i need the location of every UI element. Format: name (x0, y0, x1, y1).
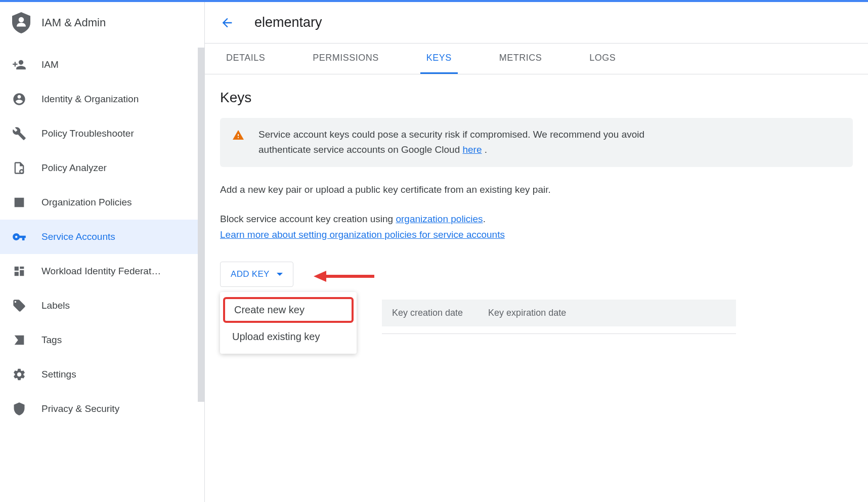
warning-icon (232, 129, 244, 141)
tab-keys[interactable]: KEYS (420, 44, 458, 74)
warning-line2-prefix: authenticate service accounts on Google … (258, 144, 462, 155)
key-icon (12, 230, 26, 244)
tab-metrics[interactable]: METRICS (493, 44, 548, 74)
table-row-separator (382, 333, 736, 334)
dropdown-create-new-key[interactable]: Create new key (223, 297, 354, 323)
sidebar-item-label: IAM (41, 59, 59, 70)
sidebar-item-labels[interactable]: Labels (0, 288, 204, 323)
dropdown-upload-existing-key[interactable]: Upload existing key (220, 324, 357, 350)
sidebar-item-label: Labels (41, 300, 70, 311)
add-key-button[interactable]: ADD KEY (220, 262, 293, 287)
sidebar-item-service-accounts[interactable]: Service Accounts (0, 220, 204, 254)
warning-here-link[interactable]: here (462, 144, 482, 155)
sidebar-item-iam[interactable]: IAM (0, 48, 204, 82)
add-key-dropdown: Create new key Upload existing key (220, 292, 357, 354)
tab-details[interactable]: DETAILS (220, 44, 271, 74)
keys-table-header: Key creation date Key expiration date (382, 300, 736, 326)
col-expiration-date: Key expiration date (488, 308, 566, 318)
product-header: IAM & Admin (0, 2, 204, 44)
sidebar-item-label: Settings (41, 369, 76, 380)
sidebar-item-settings[interactable]: Settings (0, 357, 204, 392)
sidebar-scrollbar[interactable] (198, 48, 204, 402)
warning-banner: Service account keys could pose a securi… (220, 118, 853, 167)
product-title: IAM & Admin (41, 16, 106, 29)
add-user-icon (12, 58, 26, 72)
sidebar-item-tags[interactable]: Tags (0, 323, 204, 357)
page-header: elementary (205, 2, 868, 44)
info2-prefix: Block service account key creation using (220, 214, 396, 224)
iam-shield-icon (12, 12, 30, 34)
tab-permissions[interactable]: PERMISSIONS (307, 44, 385, 74)
warning-line1: Service account keys could pose a securi… (258, 129, 644, 140)
sidebar-item-analyzer[interactable]: Policy Analyzer (0, 151, 204, 185)
sidebar-item-troubleshooter[interactable]: Policy Troubleshooter (0, 116, 204, 151)
sidebar-item-label: Policy Analyzer (41, 162, 107, 174)
wrench-icon (12, 127, 26, 141)
svg-point-1 (20, 170, 23, 174)
sidebar-item-label: Service Accounts (41, 231, 115, 242)
add-key-container: ADD KEY Create new key Upload existing k… (220, 262, 293, 287)
sidebar-item-label: Privacy & Security (41, 403, 119, 414)
bookmark-icon (12, 333, 26, 347)
info-add-key: Add a new key pair or upload a public ke… (220, 182, 853, 197)
add-key-label: ADD KEY (231, 269, 270, 279)
col-creation-date: Key creation date (392, 308, 463, 318)
gear-icon (12, 367, 26, 382)
annotation-arrow-icon (314, 269, 374, 284)
document-lines-icon (12, 195, 26, 210)
grid-icon (12, 264, 26, 278)
sidebar-nav: IAM Identity & Organization Policy Troub… (0, 44, 204, 426)
org-policies-link[interactable]: organization policies (396, 214, 483, 224)
sidebar-item-label: Organization Policies (41, 197, 132, 208)
page-title: elementary (254, 15, 322, 30)
sidebar-item-identity[interactable]: Identity & Organization (0, 82, 204, 116)
shield-icon (12, 402, 26, 416)
sidebar-item-org-policies[interactable]: Organization Policies (0, 185, 204, 220)
back-arrow-icon[interactable] (220, 16, 234, 30)
document-search-icon (12, 161, 26, 175)
sidebar-item-privacy[interactable]: Privacy & Security (0, 392, 204, 426)
user-circle-icon (12, 92, 26, 106)
svg-point-0 (19, 17, 24, 23)
main-content: elementary DETAILS PERMISSIONS KEYS METR… (205, 2, 868, 502)
warning-text: Service account keys could pose a securi… (258, 127, 644, 158)
sidebar-item-label: Policy Troubleshooter (41, 128, 134, 139)
sidebar-item-workload-identity[interactable]: Workload Identity Federat… (0, 254, 204, 288)
info-block-keys: Block service account key creation using… (220, 212, 853, 242)
section-heading: Keys (220, 90, 853, 106)
tab-logs[interactable]: LOGS (583, 44, 622, 74)
sidebar-item-label: Tags (41, 334, 62, 346)
svg-marker-3 (314, 271, 326, 282)
tag-icon (12, 299, 26, 313)
sidebar: IAM & Admin IAM Identity & Organization … (0, 2, 205, 502)
tabs: DETAILS PERMISSIONS KEYS METRICS LOGS (205, 44, 868, 74)
app-container: IAM & Admin IAM Identity & Organization … (0, 2, 868, 502)
learn-more-link[interactable]: Learn more about setting organization po… (220, 229, 505, 240)
warning-suffix: . (482, 144, 488, 155)
chevron-down-icon (277, 273, 283, 276)
content-area: Keys Service account keys could pose a s… (205, 74, 868, 502)
sidebar-item-label: Identity & Organization (41, 94, 139, 105)
sidebar-item-label: Workload Identity Federat… (41, 266, 161, 277)
info2-suffix: . (483, 214, 486, 224)
